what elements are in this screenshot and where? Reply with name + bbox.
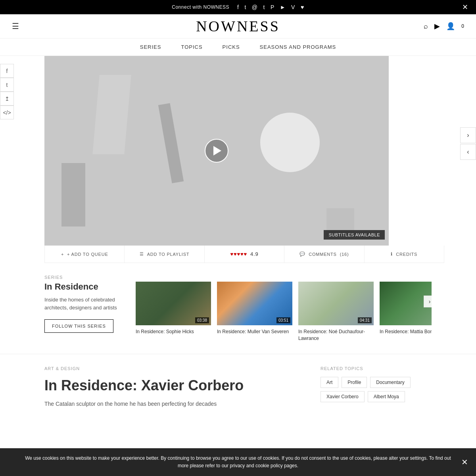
- video-controls: + + ADD TO QUEUE ☰ ADD TO PLAYLIST ♥♥♥♥♥…: [44, 246, 444, 263]
- top-banner: Connect with NOWNESS f t @ t P ► V ♥ ✕: [0, 0, 476, 14]
- sculpture-sphere-1: [260, 113, 320, 172]
- rating-section[interactable]: ♥♥♥♥♥ 4.9: [205, 246, 284, 263]
- tag-documentary[interactable]: Documentary: [370, 377, 410, 388]
- youtube-icon[interactable]: ►: [280, 4, 286, 10]
- share-button[interactable]: ↥: [0, 92, 14, 106]
- series-label: SERIES: [44, 275, 432, 280]
- video-title-1: In Residence: Sophie Hicks: [136, 328, 211, 335]
- add-to-playlist-button[interactable]: ☰ ADD TO PLAYLIST: [125, 246, 204, 263]
- tag-art[interactable]: Art: [321, 377, 338, 388]
- rating-value: 4.9: [250, 251, 258, 257]
- tag-xavier[interactable]: Xavier Corbero: [321, 391, 365, 402]
- article-title: In Residence: Xavier Corbero: [44, 377, 297, 394]
- header-right: ⌕ ▶ 👤 0: [424, 22, 464, 31]
- duration-2: 03:51: [276, 317, 290, 323]
- video-thumb-1: 03:38: [136, 282, 211, 325]
- duration-1: 03:38: [195, 317, 209, 323]
- tumblr-icon[interactable]: t: [263, 4, 265, 10]
- next-arrow[interactable]: ›: [460, 127, 476, 143]
- add-to-playlist-label: ADD TO PLAYLIST: [147, 252, 190, 257]
- tags-container: Art Profile Documentary Xavier Corbero A…: [321, 377, 432, 402]
- article-section: ART & DESIGN In Residence: Xavier Corber…: [0, 354, 476, 420]
- comment-icon: 💬: [299, 251, 305, 257]
- connect-text: Connect with NOWNESS: [172, 4, 229, 10]
- credits-label: CREDITS: [396, 252, 417, 257]
- tag-profile[interactable]: Profile: [342, 377, 367, 388]
- series-title: In Residence: [44, 282, 124, 292]
- series-row: In Residence Inside the homes of celebra…: [44, 282, 432, 342]
- series-video-4[interactable]: 04:0 In Residence: Mattia Bonetti: [380, 282, 432, 342]
- video-title-3: In Residence: Noé Duchaufour-Lawrance: [298, 328, 374, 342]
- add-to-queue-label: + ADD TO QUEUE: [67, 252, 108, 257]
- sculpture-shape-3: [61, 163, 85, 226]
- play-triangle-icon: [213, 146, 221, 155]
- comments-count: (16): [340, 252, 349, 257]
- play-icon[interactable]: ▶: [434, 22, 440, 31]
- article-category: ART & DESIGN: [44, 366, 297, 371]
- instagram-icon[interactable]: @: [252, 4, 258, 10]
- playlist-icon: ☰: [140, 251, 144, 257]
- facebook-icon[interactable]: f: [237, 4, 239, 10]
- duration-3: 04:31: [358, 317, 372, 323]
- logo[interactable]: NOWNESS: [196, 17, 280, 35]
- sculpture-shape-1: [92, 75, 131, 154]
- prev-arrow[interactable]: ‹: [460, 144, 476, 160]
- header-left: ☰: [12, 21, 19, 31]
- hearts-icon: ♥♥♥♥♥: [230, 251, 247, 257]
- embed-button[interactable]: </>: [0, 106, 14, 119]
- video-title-4: In Residence: Mattia Bonetti: [380, 328, 432, 335]
- nav-picks[interactable]: PICKS: [223, 44, 240, 50]
- social-sidebar: f t ↥ </>: [0, 56, 14, 119]
- related-topics-label: RELATED TOPICS: [321, 366, 432, 371]
- search-icon[interactable]: ⌕: [424, 22, 428, 31]
- comments-button[interactable]: 💬 COMMENTS (16): [284, 246, 364, 263]
- subtitles-badge: SUBTITLES AVAILABLE: [324, 230, 385, 240]
- video-container[interactable]: SUBTITLES AVAILABLE: [44, 56, 389, 246]
- video-title-2: In Residence: Muller Van Severen: [217, 328, 292, 335]
- series-videos: 03:38 In Residence: Sophie Hicks 03:51 I…: [136, 282, 432, 342]
- header: ☰ NOWNESS ⌕ ▶ 👤 0: [0, 14, 476, 38]
- tag-albert[interactable]: Albert Moya: [368, 391, 405, 402]
- vimeo-icon[interactable]: V: [291, 4, 295, 10]
- twitter-share-button[interactable]: t: [0, 78, 14, 92]
- video-thumb-3: 04:31: [298, 282, 374, 325]
- series-video-1[interactable]: 03:38 In Residence: Sophie Hicks: [136, 282, 211, 342]
- nav-seasons[interactable]: SEASONS AND PROGRAMS: [260, 44, 336, 50]
- credits-button[interactable]: ℹ CREDITS: [365, 246, 444, 263]
- series-description: Inside the homes of celebrated architect…: [44, 296, 124, 311]
- social-icons-row: f t @ t P ► V ♥: [237, 4, 304, 10]
- user-icon[interactable]: 👤: [446, 22, 455, 31]
- close-banner-icon[interactable]: ✕: [462, 3, 468, 12]
- follow-series-button[interactable]: FOLLOW THIS SERIES: [44, 319, 113, 333]
- comments-label: COMMENTS: [309, 252, 337, 257]
- series-video-2[interactable]: 03:51 In Residence: Muller Van Severen: [217, 282, 292, 342]
- hamburger-icon[interactable]: ☰: [12, 21, 19, 31]
- right-nav: › ‹: [460, 127, 476, 160]
- sculpture-beam: [158, 103, 184, 183]
- twitter-icon[interactable]: t: [244, 4, 246, 10]
- video-thumb-2: 03:51: [217, 282, 292, 325]
- main-content: f t ↥ </> SUBTITLES AVAILABLE +: [0, 56, 476, 263]
- article-right: RELATED TOPICS Art Profile Documentary X…: [321, 366, 432, 408]
- add-to-queue-button[interactable]: + + ADD TO QUEUE: [45, 246, 125, 263]
- nav-series[interactable]: SERIES: [140, 44, 161, 50]
- series-video-3[interactable]: 04:31 In Residence: Noé Duchaufour-Lawra…: [298, 282, 374, 342]
- facebook-share-button[interactable]: f: [0, 64, 14, 78]
- pinterest-icon[interactable]: P: [271, 4, 274, 10]
- info-icon: ℹ: [391, 251, 393, 257]
- sculpture-shape-2: [246, 65, 286, 113]
- nav-topics[interactable]: TOPICS: [181, 44, 202, 50]
- user-count: 0: [461, 23, 464, 29]
- main-nav: SERIES TOPICS PICKS SEASONS AND PROGRAMS: [0, 38, 476, 56]
- wechat-icon[interactable]: ♥: [301, 4, 304, 10]
- series-info: In Residence Inside the homes of celebra…: [44, 282, 124, 342]
- series-next-arrow[interactable]: ›: [424, 296, 432, 307]
- play-button[interactable]: [205, 139, 228, 163]
- plus-icon: +: [61, 252, 64, 257]
- series-section: SERIES In Residence Inside the homes of …: [0, 263, 476, 354]
- video-wrapper: SUBTITLES AVAILABLE + + ADD TO QUEUE ☰ A…: [44, 56, 444, 263]
- article-left: ART & DESIGN In Residence: Xavier Corber…: [44, 366, 297, 408]
- article-subtitle: The Catalan sculptor on the home he has …: [44, 400, 297, 408]
